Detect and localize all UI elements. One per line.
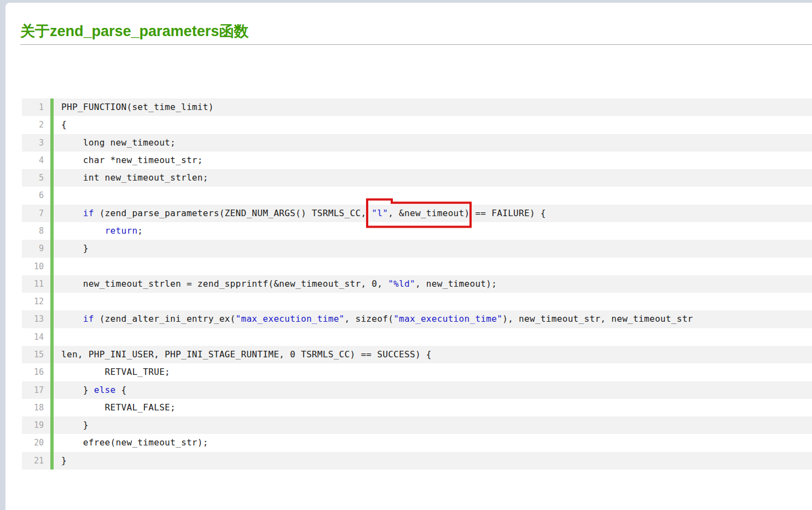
line-number: 8 — [22, 222, 44, 240]
code-text: } — [61, 240, 812, 257]
code-text: char *new_timeout_str; — [61, 152, 812, 169]
code-line: 3 long new_timeout; — [22, 134, 812, 152]
line-number: 3 — [22, 134, 44, 152]
code-line: 8 return; — [22, 222, 812, 240]
code-line: 1PHP_FUNCTION(set_time_limit) — [22, 98, 812, 116]
line-number: 1 — [22, 98, 44, 116]
line-number: 18 — [22, 399, 44, 416]
line-number: 7 — [22, 205, 44, 222]
line-number: 5 — [22, 169, 44, 187]
code-line: 7 if (zend_parse_parameters(ZEND_NUM_ARG… — [22, 205, 812, 222]
code-line: 4 char *new_timeout_str; — [22, 152, 812, 169]
code-line: 17 } else { — [22, 381, 812, 399]
code-text: RETVAL_TRUE; — [61, 363, 812, 381]
code-line: 6 — [22, 187, 812, 204]
code-line: 9 } — [22, 240, 812, 257]
code-text: } — [61, 452, 812, 470]
code-text: long new_timeout; — [61, 134, 812, 152]
page: { "page": { "background": "#d3d9e3", "ca… — [0, 0, 812, 510]
code-line: 2{ — [22, 116, 812, 134]
code-text — [61, 293, 812, 310]
line-number: 13 — [22, 310, 44, 328]
code-text — [61, 328, 812, 346]
code-text: } — [61, 416, 812, 434]
line-number: 9 — [22, 240, 44, 257]
line-number: 10 — [22, 258, 44, 275]
code-line: 20 efree(new_timeout_str); — [22, 434, 812, 451]
code-text: RETVAL_FALSE; — [61, 399, 812, 416]
line-number: 21 — [22, 452, 44, 470]
code-line: 19 } — [22, 416, 812, 434]
article-card: 关于zend_parse_parameters函数 1PHP_FUNCTION(… — [5, 3, 812, 510]
line-number: 14 — [22, 328, 44, 346]
code-text — [61, 187, 812, 204]
code-line: 16 RETVAL_TRUE; — [22, 363, 812, 381]
page-title: 关于zend_parse_parameters函数 — [20, 22, 248, 40]
line-number: 16 — [22, 363, 44, 381]
line-number: 2 — [22, 116, 44, 134]
code-line: 15len, PHP_INI_USER, PHP_INI_STAGE_RUNTI… — [22, 346, 812, 363]
code-text: { — [61, 116, 812, 134]
code-line: 18 RETVAL_FALSE; — [22, 399, 812, 416]
code-line: 12 — [22, 293, 812, 310]
line-number: 4 — [22, 152, 44, 169]
code-lines: 1PHP_FUNCTION(set_time_limit)2{3 long ne… — [22, 98, 812, 470]
code-line: 11 new_timeout_strlen = zend_spprintf(&n… — [22, 275, 812, 293]
line-number: 19 — [22, 416, 44, 434]
code-text: return; — [61, 222, 812, 240]
line-number: 11 — [22, 275, 44, 293]
code-text: int new_timeout_strlen; — [61, 169, 812, 187]
title-divider — [20, 44, 812, 45]
code-text: if (zend_alter_ini_entry_ex("max_executi… — [61, 310, 812, 328]
code-text: len, PHP_INI_USER, PHP_INI_STAGE_RUNTIME… — [61, 346, 812, 363]
code-text — [61, 258, 812, 275]
code-text: new_timeout_strlen = zend_spprintf(&new_… — [61, 275, 812, 293]
code-line: 5 int new_timeout_strlen; — [22, 169, 812, 187]
line-number: 15 — [22, 346, 44, 363]
code-text: } else { — [61, 381, 812, 399]
code-line: 21} — [22, 452, 812, 470]
line-number: 17 — [22, 381, 44, 399]
code-line: 14 — [22, 328, 812, 346]
line-number: 12 — [22, 293, 44, 310]
line-number: 6 — [22, 187, 44, 204]
code-text: PHP_FUNCTION(set_time_limit) — [61, 98, 812, 116]
code-block: 1PHP_FUNCTION(set_time_limit)2{3 long ne… — [22, 98, 812, 470]
gutter-accent-bar — [50, 98, 54, 470]
code-line: 10 — [22, 258, 812, 275]
code-line: 13 if (zend_alter_ini_entry_ex("max_exec… — [22, 310, 812, 328]
line-number: 20 — [22, 434, 44, 451]
code-text: efree(new_timeout_str); — [61, 434, 812, 451]
code-text: if (zend_parse_parameters(ZEND_NUM_ARGS(… — [61, 205, 812, 222]
